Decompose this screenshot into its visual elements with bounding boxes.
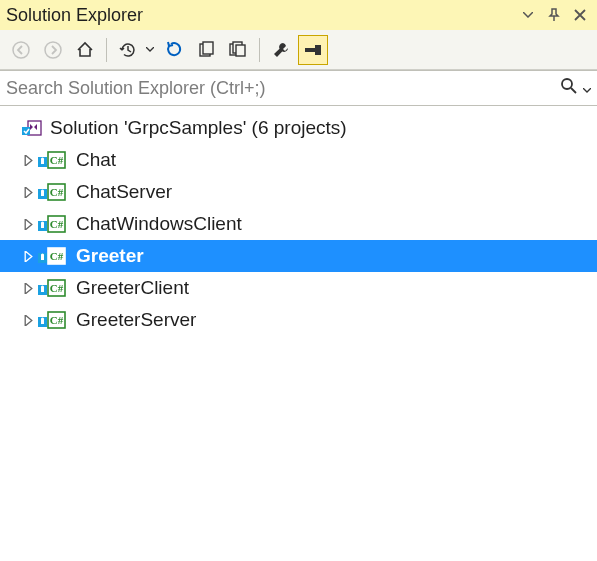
svg-text:C#: C# — [50, 218, 64, 230]
pin-icon[interactable] — [543, 4, 565, 26]
toolbar — [0, 30, 597, 70]
expand-icon[interactable] — [22, 283, 34, 294]
svg-point-14 — [41, 157, 44, 160]
close-icon[interactable] — [569, 4, 591, 26]
search-input[interactable] — [6, 71, 559, 105]
panel-title: Solution Explorer — [6, 5, 517, 26]
expand-icon[interactable] — [22, 155, 34, 166]
project-label: Chat — [76, 149, 116, 171]
forward-button[interactable] — [38, 35, 68, 65]
window-menu-icon[interactable] — [517, 4, 539, 26]
csharp-project-icon: C# — [38, 151, 66, 169]
solution-node[interactable]: ▷ Solution 'GrpcSamples' (6 projects) — [0, 112, 597, 144]
solution-tree: ▷ Solution 'GrpcSamples' (6 projects) C# — [0, 106, 597, 342]
expand-icon[interactable] — [22, 251, 34, 262]
csharp-project-icon: C# — [38, 311, 66, 329]
project-label: Greeter — [76, 245, 144, 267]
project-label: ChatWindowsClient — [76, 213, 242, 235]
collapse-all-button[interactable] — [191, 35, 221, 65]
svg-point-19 — [41, 189, 44, 192]
project-node[interactable]: C# ChatWindowsClient — [0, 208, 597, 240]
svg-text:C#: C# — [50, 186, 64, 198]
solution-label: Solution 'GrpcSamples' (6 projects) — [50, 117, 347, 139]
project-label: GreeterServer — [76, 309, 196, 331]
svg-rect-8 — [315, 45, 321, 55]
svg-text:C#: C# — [50, 154, 64, 166]
project-node[interactable]: C# Greeter — [0, 240, 597, 272]
svg-point-24 — [41, 221, 44, 224]
project-node[interactable]: C# Chat — [0, 144, 597, 176]
csharp-project-icon: C# — [38, 279, 66, 297]
svg-text:C#: C# — [50, 250, 64, 262]
search-icon[interactable] — [559, 76, 579, 100]
svg-point-9 — [562, 79, 572, 89]
svg-rect-3 — [203, 42, 213, 54]
expand-icon[interactable] — [22, 315, 34, 326]
csharp-project-icon: C# — [38, 215, 66, 233]
svg-point-1 — [45, 42, 61, 58]
svg-point-29 — [41, 253, 44, 256]
project-node[interactable]: C# GreeterServer — [0, 304, 597, 336]
show-all-files-button[interactable] — [223, 35, 253, 65]
svg-point-34 — [41, 285, 44, 288]
project-label: ChatServer — [76, 181, 172, 203]
solution-icon — [22, 119, 42, 137]
back-button[interactable] — [6, 35, 36, 65]
home-button[interactable] — [70, 35, 100, 65]
svg-text:C#: C# — [50, 314, 64, 326]
expand-icon[interactable] — [22, 219, 34, 230]
csharp-project-icon: C# — [38, 247, 66, 265]
toolbar-separator — [259, 38, 260, 62]
project-label: GreeterClient — [76, 277, 189, 299]
expand-icon[interactable] — [22, 187, 34, 198]
refresh-button[interactable] — [159, 35, 189, 65]
history-button[interactable] — [113, 35, 143, 65]
title-bar: Solution Explorer — [0, 0, 597, 30]
svg-rect-7 — [305, 48, 315, 52]
properties-button[interactable] — [266, 35, 296, 65]
search-dropdown-icon[interactable] — [583, 79, 591, 97]
project-node[interactable]: C# GreeterClient — [0, 272, 597, 304]
svg-point-39 — [41, 317, 44, 320]
svg-rect-6 — [236, 45, 245, 56]
title-bar-buttons — [517, 4, 591, 26]
toolbar-separator — [106, 38, 107, 62]
preview-button[interactable] — [298, 35, 328, 65]
project-node[interactable]: C# ChatServer — [0, 176, 597, 208]
csharp-project-icon: C# — [38, 183, 66, 201]
history-dropdown-icon[interactable] — [143, 35, 157, 65]
search-bar — [0, 70, 597, 106]
svg-point-0 — [13, 42, 29, 58]
svg-text:C#: C# — [50, 282, 64, 294]
